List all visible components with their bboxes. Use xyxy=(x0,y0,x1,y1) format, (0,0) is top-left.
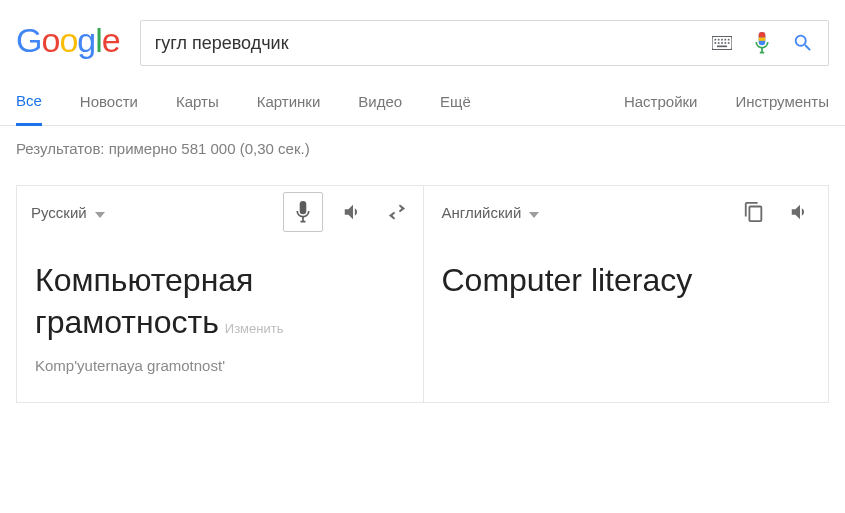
target-lang-bar: Английский xyxy=(423,186,829,238)
svg-rect-4 xyxy=(725,39,727,41)
google-logo[interactable]: Google xyxy=(16,21,120,60)
language-row: Русский Английский xyxy=(17,186,828,238)
swap-languages-button[interactable] xyxy=(383,198,411,226)
logo-letter: o xyxy=(59,21,77,59)
svg-rect-12 xyxy=(759,38,766,41)
svg-rect-9 xyxy=(725,42,727,44)
tab-news[interactable]: Новости xyxy=(80,93,138,124)
target-language-label: Английский xyxy=(442,204,522,221)
source-language-select[interactable]: Русский xyxy=(31,204,105,221)
search-icon[interactable] xyxy=(792,32,814,54)
source-language-label: Русский xyxy=(31,204,87,221)
svg-rect-3 xyxy=(721,39,723,41)
translate-body: Компьютерная грамотностьИзменить Komp'yu… xyxy=(17,238,828,402)
translate-card: Русский Английский xyxy=(16,185,829,403)
edit-link[interactable]: Изменить xyxy=(225,321,284,336)
source-panel: Компьютерная грамотностьИзменить Komp'yu… xyxy=(17,238,423,402)
tab-settings[interactable]: Настройки xyxy=(624,93,698,124)
result-stats: Результатов: примерно 581 000 (0,30 сек.… xyxy=(0,126,845,157)
speaker-icon xyxy=(340,201,366,223)
mic-icon[interactable] xyxy=(754,32,770,54)
header: Google xyxy=(0,0,845,66)
search-box-icons xyxy=(712,32,814,54)
copy-icon xyxy=(743,200,765,224)
mic-icon xyxy=(295,201,311,223)
tab-images[interactable]: Картинки xyxy=(257,93,321,124)
logo-letter: o xyxy=(41,21,59,59)
tab-tools[interactable]: Инструменты xyxy=(735,93,829,124)
tab-maps[interactable]: Карты xyxy=(176,93,219,124)
speaker-icon xyxy=(787,201,813,223)
logo-letter: e xyxy=(102,21,120,59)
search-input[interactable] xyxy=(155,33,712,54)
source-text[interactable]: Компьютерная грамотностьИзменить xyxy=(35,260,405,343)
keyboard-icon[interactable] xyxy=(712,36,732,50)
source-lang-bar: Русский xyxy=(17,186,423,238)
source-controls xyxy=(283,192,411,232)
caret-down-icon xyxy=(529,204,539,221)
voice-input-button[interactable] xyxy=(283,192,323,232)
tabs-bar: Все Новости Карты Картинки Видео Ещё Нас… xyxy=(0,66,845,126)
tab-video[interactable]: Видео xyxy=(358,93,402,124)
target-text: Computer literacy xyxy=(442,260,811,302)
listen-target-button[interactable] xyxy=(786,198,814,226)
svg-rect-10 xyxy=(728,42,730,44)
copy-button[interactable] xyxy=(740,198,768,226)
listen-source-button[interactable] xyxy=(339,198,367,226)
source-text-value: Компьютерная грамотность xyxy=(35,262,253,340)
tab-more[interactable]: Ещё xyxy=(440,93,471,124)
svg-rect-1 xyxy=(715,39,717,41)
svg-rect-6 xyxy=(715,42,717,44)
tab-all[interactable]: Все xyxy=(16,92,42,126)
target-panel: Computer literacy xyxy=(423,238,829,402)
caret-down-icon xyxy=(95,204,105,221)
svg-rect-7 xyxy=(718,42,720,44)
logo-letter: g xyxy=(77,21,95,59)
target-language-select[interactable]: Английский xyxy=(442,204,540,221)
target-controls xyxy=(740,198,814,226)
svg-rect-11 xyxy=(717,46,727,48)
swap-icon xyxy=(386,203,408,221)
transliteration: Komp'yuternaya gramotnost' xyxy=(35,357,405,374)
search-box xyxy=(140,20,829,66)
svg-rect-8 xyxy=(721,42,723,44)
svg-rect-5 xyxy=(728,39,730,41)
logo-letter: G xyxy=(16,21,41,59)
svg-rect-2 xyxy=(718,39,720,41)
